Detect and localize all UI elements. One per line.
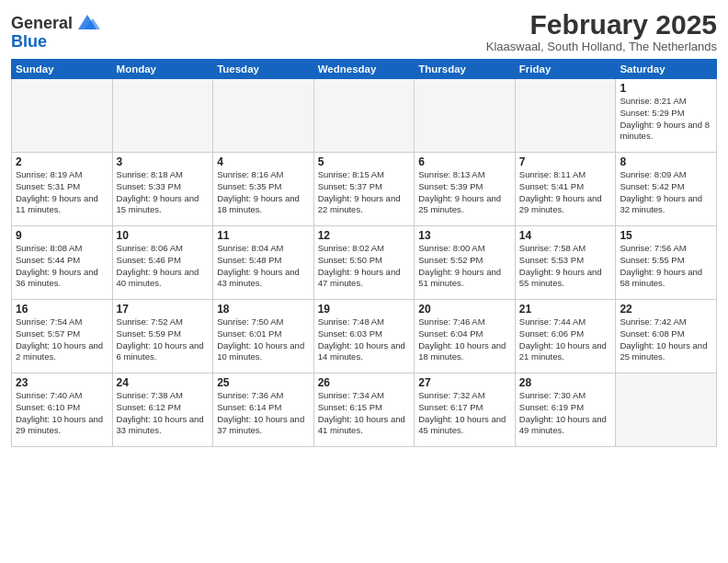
- day-number: 10: [117, 229, 210, 242]
- day-info: Sunrise: 7:30 AM Sunset: 6:19 PM Dayligh…: [519, 390, 612, 437]
- day-info: Sunrise: 8:08 AM Sunset: 5:44 PM Dayligh…: [16, 243, 108, 290]
- table-row: 5Sunrise: 8:15 AM Sunset: 5:37 PM Daylig…: [313, 153, 415, 226]
- day-number: 1: [620, 82, 712, 95]
- table-row: 13Sunrise: 8:00 AM Sunset: 5:52 PM Dayli…: [415, 226, 516, 300]
- day-info: Sunrise: 8:21 AM Sunset: 5:29 PM Dayligh…: [620, 96, 712, 143]
- day-number: 2: [16, 155, 108, 168]
- table-row: 21Sunrise: 7:44 AM Sunset: 6:06 PM Dayli…: [515, 300, 616, 373]
- day-number: 5: [318, 155, 411, 168]
- col-thursday: Thursday: [415, 60, 516, 79]
- day-info: Sunrise: 8:18 AM Sunset: 5:33 PM Dayligh…: [117, 169, 210, 216]
- day-info: Sunrise: 7:48 AM Sunset: 6:03 PM Dayligh…: [318, 316, 411, 363]
- table-row: 4Sunrise: 8:16 AM Sunset: 5:35 PM Daylig…: [213, 153, 314, 226]
- table-row: [313, 79, 415, 153]
- calendar-header-row: Sunday Monday Tuesday Wednesday Thursday…: [12, 60, 717, 79]
- day-info: Sunrise: 8:06 AM Sunset: 5:46 PM Dayligh…: [117, 243, 210, 290]
- col-wednesday: Wednesday: [313, 60, 415, 79]
- table-row: 19Sunrise: 7:48 AM Sunset: 6:03 PM Dayli…: [313, 300, 415, 373]
- table-row: 1Sunrise: 8:21 AM Sunset: 5:29 PM Daylig…: [616, 79, 717, 153]
- day-number: 28: [519, 376, 612, 389]
- table-row: 7Sunrise: 8:11 AM Sunset: 5:41 PM Daylig…: [515, 153, 616, 226]
- table-row: 27Sunrise: 7:32 AM Sunset: 6:17 PM Dayli…: [415, 373, 516, 447]
- day-number: 22: [620, 303, 712, 316]
- location: Klaaswaal, South Holland, The Netherland…: [486, 40, 717, 53]
- table-row: 22Sunrise: 7:42 AM Sunset: 6:08 PM Dayli…: [616, 300, 717, 373]
- day-info: Sunrise: 7:50 AM Sunset: 6:01 PM Dayligh…: [217, 316, 310, 363]
- day-number: 15: [620, 229, 712, 242]
- day-number: 17: [117, 303, 210, 316]
- day-info: Sunrise: 7:36 AM Sunset: 6:14 PM Dayligh…: [217, 390, 310, 437]
- calendar-week-row: 2Sunrise: 8:19 AM Sunset: 5:31 PM Daylig…: [12, 153, 717, 226]
- table-row: [213, 79, 314, 153]
- day-info: Sunrise: 8:00 AM Sunset: 5:52 PM Dayligh…: [418, 243, 511, 290]
- day-info: Sunrise: 7:38 AM Sunset: 6:12 PM Dayligh…: [117, 390, 210, 437]
- main-container: General Blue February 2025 Klaaswaal, So…: [0, 0, 728, 454]
- day-info: Sunrise: 7:52 AM Sunset: 5:59 PM Dayligh…: [117, 316, 210, 363]
- table-row: 23Sunrise: 7:40 AM Sunset: 6:10 PM Dayli…: [12, 373, 113, 447]
- title-block: February 2025 Klaaswaal, South Holland, …: [486, 9, 717, 53]
- day-info: Sunrise: 8:09 AM Sunset: 5:42 PM Dayligh…: [620, 169, 712, 216]
- day-info: Sunrise: 7:46 AM Sunset: 6:04 PM Dayligh…: [418, 316, 511, 363]
- table-row: 17Sunrise: 7:52 AM Sunset: 5:59 PM Dayli…: [112, 300, 213, 373]
- day-number: 12: [318, 229, 411, 242]
- table-row: 8Sunrise: 8:09 AM Sunset: 5:42 PM Daylig…: [616, 153, 717, 226]
- table-row: [112, 79, 213, 153]
- table-row: 20Sunrise: 7:46 AM Sunset: 6:04 PM Dayli…: [415, 300, 516, 373]
- day-info: Sunrise: 8:19 AM Sunset: 5:31 PM Dayligh…: [16, 169, 108, 216]
- logo-text-blue: Blue: [11, 33, 100, 50]
- table-row: [616, 373, 717, 447]
- day-info: Sunrise: 7:44 AM Sunset: 6:06 PM Dayligh…: [519, 316, 612, 363]
- day-info: Sunrise: 8:04 AM Sunset: 5:48 PM Dayligh…: [217, 243, 310, 290]
- day-number: 20: [418, 303, 511, 316]
- day-number: 23: [16, 376, 108, 389]
- day-info: Sunrise: 7:40 AM Sunset: 6:10 PM Dayligh…: [16, 390, 108, 437]
- calendar-week-row: 9Sunrise: 8:08 AM Sunset: 5:44 PM Daylig…: [12, 226, 717, 300]
- calendar-table: Sunday Monday Tuesday Wednesday Thursday…: [11, 59, 717, 447]
- table-row: [12, 79, 113, 153]
- day-info: Sunrise: 8:11 AM Sunset: 5:41 PM Dayligh…: [519, 169, 612, 216]
- logo: General Blue: [11, 13, 100, 50]
- table-row: [515, 79, 616, 153]
- table-row: 16Sunrise: 7:54 AM Sunset: 5:57 PM Dayli…: [12, 300, 113, 373]
- table-row: 10Sunrise: 8:06 AM Sunset: 5:46 PM Dayli…: [112, 226, 213, 300]
- day-info: Sunrise: 8:02 AM Sunset: 5:50 PM Dayligh…: [318, 243, 411, 290]
- table-row: 18Sunrise: 7:50 AM Sunset: 6:01 PM Dayli…: [213, 300, 314, 373]
- day-number: 7: [519, 155, 612, 168]
- day-number: 25: [217, 376, 310, 389]
- table-row: 24Sunrise: 7:38 AM Sunset: 6:12 PM Dayli…: [112, 373, 213, 447]
- table-row: 3Sunrise: 8:18 AM Sunset: 5:33 PM Daylig…: [112, 153, 213, 226]
- logo-text-general: General: [11, 15, 73, 31]
- table-row: 9Sunrise: 8:08 AM Sunset: 5:44 PM Daylig…: [12, 226, 113, 300]
- day-info: Sunrise: 7:34 AM Sunset: 6:15 PM Dayligh…: [318, 390, 411, 437]
- day-number: 9: [16, 229, 108, 242]
- table-row: 28Sunrise: 7:30 AM Sunset: 6:19 PM Dayli…: [515, 373, 616, 447]
- day-number: 13: [418, 229, 511, 242]
- table-row: 14Sunrise: 7:58 AM Sunset: 5:53 PM Dayli…: [515, 226, 616, 300]
- day-info: Sunrise: 7:56 AM Sunset: 5:55 PM Dayligh…: [620, 243, 712, 290]
- day-number: 8: [620, 155, 712, 168]
- day-info: Sunrise: 8:13 AM Sunset: 5:39 PM Dayligh…: [418, 169, 511, 216]
- calendar-week-row: 1Sunrise: 8:21 AM Sunset: 5:29 PM Daylig…: [12, 79, 717, 153]
- day-info: Sunrise: 7:42 AM Sunset: 6:08 PM Dayligh…: [620, 316, 712, 363]
- day-info: Sunrise: 8:15 AM Sunset: 5:37 PM Dayligh…: [318, 169, 411, 216]
- calendar-week-row: 16Sunrise: 7:54 AM Sunset: 5:57 PM Dayli…: [12, 300, 717, 373]
- day-info: Sunrise: 8:16 AM Sunset: 5:35 PM Dayligh…: [217, 169, 310, 216]
- day-number: 6: [418, 155, 511, 168]
- month-year: February 2025: [486, 9, 717, 40]
- day-info: Sunrise: 7:58 AM Sunset: 5:53 PM Dayligh…: [519, 243, 612, 290]
- day-number: 24: [117, 376, 210, 389]
- table-row: 2Sunrise: 8:19 AM Sunset: 5:31 PM Daylig…: [12, 153, 113, 226]
- day-number: 3: [117, 155, 210, 168]
- table-row: 25Sunrise: 7:36 AM Sunset: 6:14 PM Dayli…: [213, 373, 314, 447]
- table-row: 11Sunrise: 8:04 AM Sunset: 5:48 PM Dayli…: [213, 226, 314, 300]
- day-info: Sunrise: 7:54 AM Sunset: 5:57 PM Dayligh…: [16, 316, 108, 363]
- day-number: 14: [519, 229, 612, 242]
- day-number: 26: [318, 376, 411, 389]
- day-number: 16: [16, 303, 108, 316]
- col-monday: Monday: [112, 60, 213, 79]
- table-row: 6Sunrise: 8:13 AM Sunset: 5:39 PM Daylig…: [415, 153, 516, 226]
- col-tuesday: Tuesday: [213, 60, 314, 79]
- day-number: 21: [519, 303, 612, 316]
- day-number: 11: [217, 229, 310, 242]
- calendar-week-row: 23Sunrise: 7:40 AM Sunset: 6:10 PM Dayli…: [12, 373, 717, 447]
